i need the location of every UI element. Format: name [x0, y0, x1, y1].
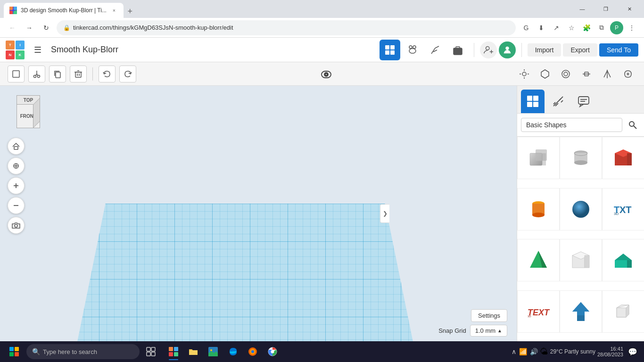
wallpaper-taskbar-btn[interactable] — [204, 342, 223, 361]
add-user-button[interactable] — [480, 41, 497, 58]
shape-pyramid[interactable] — [517, 239, 560, 281]
tools-icon[interactable] — [425, 40, 446, 60]
copy-button[interactable] — [49, 66, 66, 82]
snap-value-selector[interactable]: 1.0 mm ▲ — [470, 325, 507, 337]
task-view-button[interactable] — [141, 342, 160, 361]
export-button[interactable]: Export — [563, 43, 597, 57]
hex-shape-button[interactable] — [537, 66, 553, 82]
reload-button[interactable]: ↻ — [40, 21, 53, 34]
clock-widget[interactable]: 16:41 28/08/2023 — [597, 346, 623, 357]
extensions-icon[interactable]: 🧩 — [580, 21, 593, 34]
firefox-taskbar-btn[interactable] — [243, 342, 262, 361]
toolbar-row — [0, 62, 644, 86]
tab-favicon — [9, 7, 17, 14]
hamburger-menu-icon[interactable]: ☰ — [30, 42, 45, 58]
send-to-button[interactable]: Send To — [599, 43, 638, 57]
svg-rect-104 — [617, 308, 626, 317]
user-avatar[interactable] — [499, 41, 516, 58]
taskbar-search-icon: 🔍 — [32, 348, 40, 355]
app-container: T I N K ☰ Smooth Kup-Blorr — [0, 38, 644, 341]
orientation-cube[interactable]: TOP FRONT — [9, 95, 47, 133]
inspector-eye-button[interactable] — [317, 65, 336, 83]
shape-cylinder-orange[interactable] — [517, 188, 560, 230]
cut-button[interactable] — [28, 66, 45, 82]
bear-icon[interactable] — [402, 40, 423, 60]
svg-point-56 — [15, 224, 17, 227]
active-tab[interactable]: 3D design Smooth Kup-Blorr | Ti... × — [4, 3, 124, 18]
menu-dots-icon[interactable]: ⋮ — [625, 21, 638, 34]
tinkercad-logo[interactable]: T I N K — [6, 41, 25, 59]
redo-button[interactable] — [119, 66, 136, 82]
zoom-out-button[interactable] — [8, 197, 25, 214]
splitscreen-icon[interactable]: ⧉ — [595, 21, 608, 34]
shape-arrow-blue[interactable] — [560, 290, 602, 333]
chrome-taskbar-btn[interactable] — [263, 342, 282, 361]
tab-ruler[interactable] — [546, 90, 570, 113]
weather-text: 29°C Partly sunny — [550, 348, 595, 355]
shape-category-dropdown[interactable]: Basic Shapes Letters Connectors Symbols — [521, 118, 622, 132]
taskbar-search[interactable]: 🔍 Type here to search — [26, 344, 140, 359]
svg-point-22 — [34, 75, 36, 77]
svg-point-88 — [572, 201, 589, 218]
notification-button[interactable]: 💬 — [625, 342, 640, 361]
back-button[interactable]: ← — [6, 21, 19, 34]
star-icon[interactable]: ☆ — [565, 21, 578, 34]
share-icon[interactable]: ↗ — [550, 21, 563, 34]
shape-sphere-blue[interactable] — [560, 188, 602, 230]
light-button[interactable] — [516, 66, 533, 82]
shape-box-red[interactable] — [602, 137, 644, 179]
import-button[interactable]: Import — [528, 43, 561, 57]
shape-box-small-white[interactable] — [602, 290, 644, 333]
forward-button[interactable]: → — [23, 21, 36, 34]
shape-text-3d[interactable]: T XT 3D — [602, 188, 644, 230]
workplane-grid: Workplane — [61, 204, 429, 341]
camera-button[interactable] — [8, 217, 25, 234]
undo-button[interactable] — [99, 66, 116, 82]
network-icon[interactable]: 📶 — [519, 348, 527, 355]
shape-box-hole[interactable] — [517, 137, 560, 179]
grid-view-icon[interactable] — [380, 40, 400, 60]
shape-box-white[interactable] — [560, 239, 602, 281]
new-tab-button[interactable]: + — [124, 5, 137, 18]
shape-roof-teal[interactable] — [602, 239, 644, 281]
browser-profile-avatar[interactable]: P — [610, 21, 623, 34]
suitcase-icon[interactable] — [447, 40, 468, 60]
start-button[interactable] — [4, 342, 25, 361]
svg-rect-6 — [385, 50, 389, 55]
mirror-button[interactable] — [599, 66, 616, 82]
tab-close-btn[interactable]: × — [110, 7, 118, 14]
tab-chat[interactable] — [572, 90, 595, 113]
project-title: Smooth Kup-Blorr — [51, 45, 118, 55]
file-explorer-taskbar-btn[interactable] — [184, 342, 203, 361]
new-shape-button[interactable] — [8, 66, 25, 82]
panel-collapse-button[interactable]: ❯ — [380, 204, 389, 223]
taskbar: 🔍 Type here to search — [0, 341, 644, 362]
google-icon[interactable]: G — [520, 21, 533, 34]
speaker-icon[interactable]: 🔊 — [530, 348, 538, 355]
chevron-up-icon[interactable]: ∧ — [512, 348, 516, 355]
viewport[interactable]: TOP FRONT — [0, 86, 517, 341]
align-button[interactable] — [578, 66, 595, 82]
zoom-in-button[interactable] — [8, 177, 25, 194]
tinkercad-taskbar-btn[interactable] — [164, 342, 183, 361]
fit-view-button[interactable] — [8, 157, 25, 174]
circle-shape-button[interactable] — [557, 66, 574, 82]
shape-text-red[interactable]: TEXT 3D — [517, 290, 560, 333]
shape-search-button[interactable] — [625, 117, 640, 132]
shape-cylinder-hole[interactable] — [560, 137, 602, 179]
home-view-button[interactable] — [8, 138, 25, 155]
weather-widget[interactable]: 🌤 29°C Partly sunny — [540, 347, 595, 357]
delete-button[interactable] — [70, 66, 87, 82]
settings-button[interactable]: Settings — [471, 309, 507, 322]
minimize-button[interactable]: — — [571, 1, 593, 16]
group-button[interactable] — [619, 66, 636, 82]
tab-grid[interactable] — [521, 90, 545, 113]
shape-thumb-box-small-white — [608, 296, 638, 327]
address-box[interactable]: 🔒 tinkercad.com/things/kGMgD63SJsN-smoot… — [57, 20, 516, 35]
toolbar-right — [516, 66, 636, 82]
restore-button[interactable]: ❐ — [595, 1, 617, 16]
svg-marker-97 — [615, 254, 632, 260]
download-icon[interactable]: ⬇ — [535, 21, 548, 34]
close-button[interactable]: ✕ — [619, 1, 640, 16]
edge-taskbar-btn[interactable] — [223, 342, 242, 361]
